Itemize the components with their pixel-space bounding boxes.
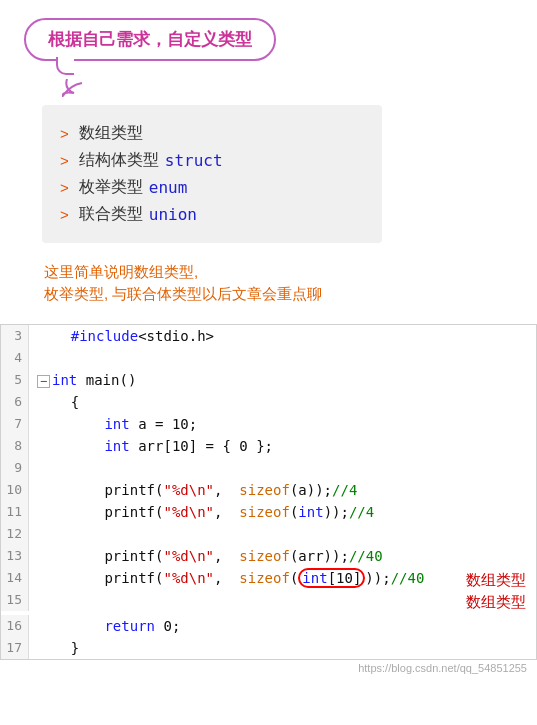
line-content-11: printf("%d\n", sizeof(int));//4 (29, 501, 536, 523)
type-en-union: union (149, 205, 197, 224)
code-line-9: 9 (1, 457, 536, 479)
line-num-15: 15 (1, 589, 29, 611)
code-line-17: 17 } (1, 637, 536, 659)
line-num-9: 9 (1, 457, 29, 479)
code-line-3: 3 #include<stdio.h> (1, 325, 536, 347)
type-row-union: > 联合类型 union (60, 204, 364, 225)
desc-line2: 枚举类型, 与联合体类型以后文章会重点聊 (44, 285, 493, 304)
type-zh-array: 数组类型 (79, 123, 143, 144)
line-num-13: 13 (1, 545, 29, 567)
line-content-16: return 0; (29, 615, 536, 637)
code-editor: 3 #include<stdio.h> 4 5 −int main() 6 { … (0, 324, 537, 660)
arrow-icon-3: > (60, 179, 69, 196)
line-num-5: 5 (1, 369, 29, 391)
type-en-struct: struct (165, 151, 223, 170)
type-zh-union: 联合类型 (79, 204, 143, 225)
code-line-5: 5 −int main() (1, 369, 536, 391)
line-content-17: } (29, 637, 536, 659)
type-row-enum: > 枚举类型 enum (60, 177, 364, 198)
description: 这里简单说明数组类型, 枚举类型, 与联合体类型以后文章会重点聊 (24, 255, 513, 304)
line-content-3: #include<stdio.h> (29, 325, 536, 347)
type-row-array: > 数组类型 (60, 123, 364, 144)
line-content-8: int arr[10] = { 0 }; (29, 435, 536, 457)
line-num-6: 6 (1, 391, 29, 413)
top-section: 根据自己需求，自定义类型 > 数组类型 > 结构体类型 struct > 枚举类… (0, 0, 537, 324)
array-annotation: 数组类型 (466, 569, 526, 591)
line-num-7: 7 (1, 413, 29, 435)
watermark: https://blog.csdn.net/qq_54851255 (0, 660, 537, 676)
code-line-4: 4 (1, 347, 536, 369)
code-line-13: 13 printf("%d\n", sizeof(arr));//40 (1, 545, 536, 567)
array-type-label: 数组类型 (466, 591, 526, 613)
collapse-icon[interactable]: − (37, 375, 50, 388)
code-line-14: 14 printf("%d\n", sizeof(int[10]));//40 … (1, 567, 536, 589)
line-num-12: 12 (1, 523, 29, 545)
type-zh-enum: 枚举类型 (79, 177, 143, 198)
line-content-5: −int main() (29, 369, 536, 391)
line-num-10: 10 (1, 479, 29, 501)
line-content-13: printf("%d\n", sizeof(arr));//40 (29, 545, 536, 567)
code-line-11: 11 printf("%d\n", sizeof(int));//4 (1, 501, 536, 523)
line-num-17: 17 (1, 637, 29, 659)
arrow-icon: > (60, 125, 69, 142)
line-num-11: 11 (1, 501, 29, 523)
type-row-struct: > 结构体类型 struct (60, 150, 364, 171)
line-content-7: int a = 10; (29, 413, 536, 435)
type-en-enum: enum (149, 178, 188, 197)
desc-line1: 这里简单说明数组类型, (44, 263, 493, 282)
code-line-10: 10 printf("%d\n", sizeof(a));//4 (1, 479, 536, 501)
line-content-10: printf("%d\n", sizeof(a));//4 (29, 479, 536, 501)
cloud-bubble: 根据自己需求，自定义类型 (24, 18, 276, 61)
arrow-icon-2: > (60, 152, 69, 169)
type-zh-struct: 结构体类型 (79, 150, 159, 171)
arrow-icon-4: > (60, 206, 69, 223)
line-num-14: 14 (1, 567, 29, 589)
code-line-8: 8 int arr[10] = { 0 }; (1, 435, 536, 457)
code-line-6: 6 { (1, 391, 536, 413)
types-box: > 数组类型 > 结构体类型 struct > 枚举类型 enum > 联合类型… (42, 105, 382, 243)
bubble-tail-icon (62, 79, 92, 97)
line-content-14: printf("%d\n", sizeof(int[10]));//40 (29, 567, 536, 589)
code-line-7: 7 int a = 10; (1, 413, 536, 435)
line-num-16: 16 (1, 615, 29, 637)
code-line-15: 15 数组类型 (1, 589, 536, 615)
line-num-3: 3 (1, 325, 29, 347)
line-content-6: { (29, 391, 536, 413)
code-line-12: 12 (1, 523, 536, 545)
code-line-16: 16 return 0; (1, 615, 536, 637)
line-num-4: 4 (1, 347, 29, 369)
line-num-8: 8 (1, 435, 29, 457)
cloud-text: 根据自己需求，自定义类型 (48, 30, 252, 49)
